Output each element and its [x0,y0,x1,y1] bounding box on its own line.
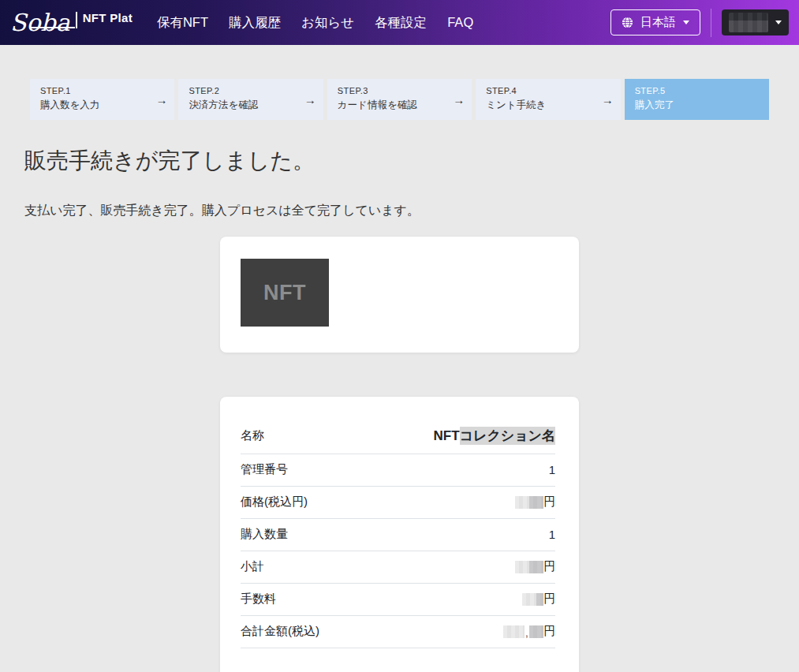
logo[interactable]: Soba NFT Plat [10,9,133,35]
language-label: 日本語 [640,15,676,30]
user-name-redacted [729,13,768,32]
step-arrow-icon: → [304,93,316,106]
row-label-fee: 手数料 [241,592,276,607]
table-row-price: 価格(税込円)円 [241,487,555,519]
table-row-quantity: 購入数量1 [241,519,555,551]
currency-suffix: 円 [543,495,555,510]
nft-image-placeholder: NFT [241,259,329,327]
nav-item-purchase-history: 購入履歴 [218,6,291,39]
currency-suffix: 円 [543,624,555,639]
step-number-label: STEP.2 [189,86,312,95]
step-name-label: 購入完了 [635,99,759,112]
redacted-value-block [522,593,536,606]
nav-item-settings: 各種設定 [364,6,437,39]
nav-item-owned-nft: 保有NFT [147,6,218,39]
redacted-value-block [515,561,529,573]
nav-link-owned-nft[interactable]: 保有NFT [147,6,218,39]
redacted-comma: , [525,625,528,639]
step-name-label: ミント手続き [486,99,610,112]
row-label-name: 名称 [241,428,264,443]
table-row-subtotal: 小計円 [241,551,555,584]
currency-suffix: 円 [543,559,555,574]
row-value-price: 円 [515,495,555,510]
currency-suffix: 円 [543,592,555,607]
navbar-divider [711,9,711,37]
step-arrow-icon: → [155,93,167,106]
user-menu[interactable] [722,9,789,35]
order-details-card: 名称NFTコレクション名管理番号1価格(税込円)円購入数量1小計円手数料円合計金… [220,397,579,672]
table-row-fee: 手数料円 [241,584,555,616]
step-name-label: 購入数を入力 [40,99,164,112]
redacted-value-block [529,625,543,638]
step-1-quantity: STEP.1購入数を入力→ [30,79,174,120]
row-value-name: NFTコレクション名 [434,427,555,445]
redacted-value-block [503,625,525,638]
nav-link-faq[interactable]: FAQ [437,7,484,38]
logo-text: NFT Plat [83,11,133,24]
row-value-fee: 円 [522,592,555,607]
redacted-value-block [515,496,529,509]
step-indicator: STEP.1購入数を入力→STEP.2決済方法を確認→STEP.3カード情報を確… [30,79,769,120]
step-number-label: STEP.4 [486,86,610,95]
step-2-payment: STEP.2決済方法を確認→ [178,79,323,120]
language-selector[interactable]: 日本語 [610,9,700,35]
main-content: STEP.1購入数を入力→STEP.2決済方法を確認→STEP.3カード情報を確… [0,79,799,672]
step-4-mint: STEP.4ミント手続き→ [476,79,620,120]
step-number-label: STEP.5 [635,86,759,95]
caret-down-icon [683,21,689,24]
value-highlighted: コレクション名 [460,427,555,445]
row-label-subtotal: 小計 [241,559,264,574]
row-label-management-number: 管理番号 [241,462,288,477]
step-name-label: 決済方法を確認 [189,99,312,112]
redacted-value-block [536,593,543,606]
table-row-total: 合計金額(税込),円 [241,616,555,648]
row-label-quantity: 購入数量 [241,527,288,542]
step-name-label: カード情報を確認 [338,99,461,112]
globe-icon [622,17,633,28]
nav-item-faq: FAQ [437,7,484,38]
table-row-name: 名称NFTコレクション名 [241,419,555,454]
nav-item-news: お知らせ [291,6,364,39]
nft-image-card: NFT [220,237,579,353]
step-arrow-icon: → [602,93,614,106]
row-label-total: 合計金額(税込) [241,624,319,639]
row-value-quantity: 1 [549,528,555,541]
order-details-table: 名称NFTコレクション名管理番号1価格(税込円)円購入数量1小計円手数料円合計金… [241,419,555,648]
table-row-management-number: 管理番号1 [241,454,555,487]
nav-link-settings[interactable]: 各種設定 [364,6,437,39]
step-number-label: STEP.1 [40,86,164,95]
row-label-price: 価格(税込円) [241,495,308,510]
caret-down-icon [775,21,782,24]
value-prefix: NFT [434,428,460,444]
page-title: 販売手続きが完了しました。 [24,146,775,176]
nav-link-news[interactable]: お知らせ [291,6,364,39]
step-5-complete: STEP.5購入完了 [625,79,769,120]
logo-divider-icon [76,12,77,28]
row-value-management-number: 1 [549,463,555,476]
step-3-card: STEP.3カード情報を確認→ [327,79,472,120]
navbar-right: 日本語 [610,9,789,37]
nft-placeholder-label: NFT [263,281,306,305]
row-value-total: ,円 [503,624,555,639]
step-number-label: STEP.3 [338,86,461,95]
redacted-value-block [529,496,543,509]
step-arrow-icon: → [453,93,465,106]
row-value-subtotal: 円 [515,559,555,574]
nav-link-purchase-history[interactable]: 購入履歴 [218,6,291,39]
navbar: Soba NFT Plat 保有NFT購入履歴お知らせ各種設定FAQ 日本語 [0,0,799,45]
page-description: 支払い完了、販売手続き完了。購入プロセスは全て完了しています。 [24,203,775,219]
logo-script: Soba [10,9,72,35]
nav-menu: 保有NFT購入履歴お知らせ各種設定FAQ [147,6,484,39]
redacted-value-block [529,561,543,573]
